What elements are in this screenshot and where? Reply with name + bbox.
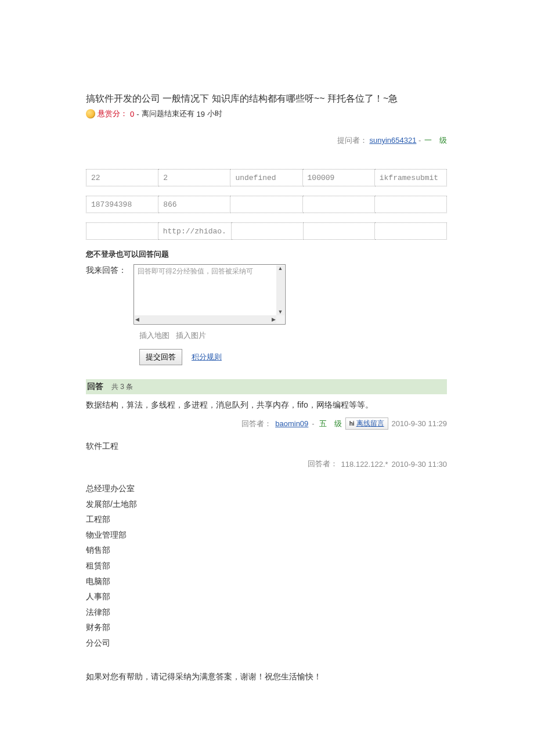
department-list: 总经理办公室 发展部/土地部 工程部 物业管理部 销售部 租赁部 电脑部 人事部… [86, 481, 447, 651]
data-table-1: 22 2 undefined 100009 ikframesubmit [86, 169, 447, 186]
points-rules-link[interactable]: 积分规则 [192, 352, 222, 362]
list-item: 法律部 [86, 604, 447, 620]
offline-message-badge[interactable]: hi 离线留言 [345, 417, 388, 430]
cell [230, 196, 302, 213]
cell [303, 223, 375, 240]
list-item: 发展部/土地部 [86, 496, 447, 512]
hi-icon: hi [349, 420, 355, 427]
asker-link[interactable]: sunyin654321 [369, 136, 416, 145]
cell: 2 [158, 170, 230, 186]
list-item: 销售部 [86, 542, 447, 558]
question-meta: 悬赏分： 0 - 离问题结束还有 19 小时 [86, 109, 447, 119]
cell: 100009 [302, 170, 374, 186]
list-item: 工程部 [86, 512, 447, 527]
meta-sep: - [136, 110, 139, 118]
table-row: 22 2 undefined 100009 ikframesubmit [86, 170, 447, 186]
horizontal-scrollbar[interactable]: ◀ ▶ [135, 315, 276, 323]
login-note: 您不登录也可以回答问题 [86, 249, 447, 260]
cell: 22 [86, 170, 158, 186]
answer-placeholder: 回答即可得2分经验值，回答被采纳可 [138, 267, 275, 276]
i-answer-label: 我来回答： [86, 264, 127, 276]
answer-time: 2010-9-30 11:30 [392, 460, 447, 469]
reward-label: 悬赏分： [98, 109, 128, 119]
cell [231, 223, 303, 240]
cell [302, 196, 374, 213]
submit-answer-button[interactable]: 提交回答 [139, 349, 182, 365]
insert-map-link[interactable]: 插入地图 [139, 331, 169, 340]
cell [375, 223, 447, 240]
data-table-2: 187394398 866 [86, 196, 447, 213]
answer-meta-label: 回答者： [241, 419, 272, 429]
asker-level: 一 级 [424, 136, 447, 145]
cell: ikframesubmit [374, 170, 446, 186]
answers-header: 回答 共 3 条 [86, 379, 447, 394]
answers-count: 共 3 条 [111, 383, 133, 391]
answers-title: 回答 [87, 381, 103, 391]
table-row: 187394398 866 [86, 196, 447, 213]
scroll-corner [276, 315, 284, 323]
time-left-suffix: 小时 [207, 109, 222, 119]
answer-ip: 118.122.122.* [341, 460, 388, 469]
coin-icon [86, 109, 95, 118]
vertical-scrollbar[interactable]: ▲ ▼ [276, 265, 284, 315]
scroll-right-icon[interactable]: ▶ [271, 316, 276, 323]
reward-value: 0 [130, 110, 134, 118]
cell: 866 [158, 196, 230, 213]
answer-body: 数据结构，算法，多线程，多进程，消息队列，共享内存，fifo，网络编程等等。 [86, 400, 447, 411]
answer-meta: 回答者： baomin09 - 五 级 hi 离线留言 2010-9-30 11… [86, 417, 447, 430]
answer-meta-label: 回答者： [308, 459, 338, 469]
scroll-down-icon[interactable]: ▼ [277, 309, 284, 315]
scroll-left-icon[interactable]: ◀ [135, 316, 140, 323]
data-table-3: http://zhidao. [86, 222, 447, 240]
question-title: 搞软件开发的公司 一般情况下 知识库的结构都有哪些呀~~ 拜托各位了！~急 [86, 93, 447, 105]
answer-body: 软件工程 [86, 441, 447, 452]
list-item: 分公司 [86, 635, 447, 651]
cell [86, 223, 158, 240]
closing-text: 如果对您有帮助，请记得采纳为满意答案，谢谢！祝您生活愉快！ [86, 672, 447, 682]
cell: 187394398 [86, 196, 158, 213]
answer-user-link[interactable]: baomin09 [275, 419, 308, 428]
list-item: 财务部 [86, 620, 447, 635]
cell: http://zhidao. [158, 223, 231, 240]
table-row: http://zhidao. [86, 223, 447, 240]
list-item: 人事部 [86, 589, 447, 604]
time-left-prefix: 离问题结束还有 [142, 109, 194, 119]
list-item: 电脑部 [86, 574, 447, 589]
list-item: 租赁部 [86, 558, 447, 574]
time-left-value: 19 [197, 110, 205, 118]
answer-user-level: 五 级 [319, 419, 342, 429]
list-item: 总经理办公室 [86, 481, 447, 496]
answer-meta: 回答者： 118.122.122.* 2010-9-30 11:30 [86, 459, 447, 469]
asker-sep: - [418, 136, 423, 145]
asker-row: 提问者： sunyin654321 - 一 级 [86, 135, 447, 146]
cell [374, 196, 446, 213]
asker-label: 提问者： [337, 136, 367, 145]
cell: undefined [230, 170, 302, 186]
insert-pic-link[interactable]: 插入图片 [176, 331, 206, 340]
scroll-up-icon[interactable]: ▲ [277, 265, 284, 272]
offline-message-label: 离线留言 [356, 419, 384, 429]
list-item: 物业管理部 [86, 527, 447, 543]
answer-textarea[interactable]: 回答即可得2分经验值，回答被采纳可 ▲ ▼ ◀ ▶ [134, 264, 286, 325]
answer-time: 2010-9-30 11:29 [392, 419, 447, 428]
